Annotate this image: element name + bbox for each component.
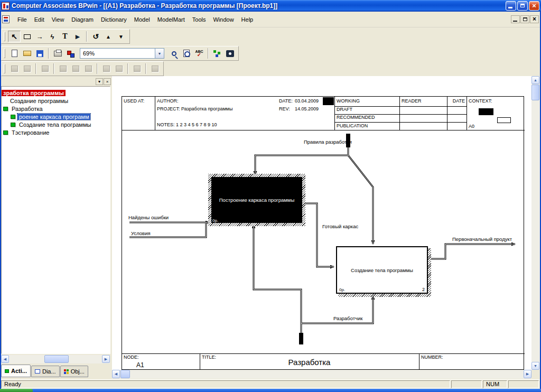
- arrow-tool-button[interactable]: [33, 31, 46, 42]
- save-button[interactable]: [33, 48, 46, 59]
- document-icon: [2, 15, 10, 23]
- tree-item-label: Разработка: [10, 106, 44, 112]
- menu-item-modelmart[interactable]: ModelMart: [154, 15, 189, 24]
- tree-item-sozdanie-tela[interactable]: Создание тела программы: [2, 120, 110, 128]
- child-diagram-button[interactable]: [115, 31, 127, 42]
- toolbar-separator: [145, 63, 146, 74]
- scroll-right-button[interactable]: ▶: [102, 355, 110, 363]
- menu-item-diagram[interactable]: Diagram: [68, 15, 97, 24]
- diagram-canvas[interactable]: USED AT: AUTHOR: DATE: 03.04.2009 PROJEC…: [112, 76, 531, 370]
- close-icon: ×: [529, 2, 539, 10]
- toolbar-grip[interactable]: [4, 64, 5, 73]
- undo-button[interactable]: [89, 31, 102, 42]
- minimize-icon: [508, 7, 512, 8]
- zoom-page-button[interactable]: [180, 48, 193, 59]
- horizontal-scrollbar[interactable]: ◀ ▶: [112, 370, 531, 379]
- panel-horizontal-scrollbar[interactable]: ◀ ▶: [1, 355, 110, 363]
- tree-item-testirovanie[interactable]: Тэстирование: [2, 128, 110, 136]
- vertical-scrollbar[interactable]: ▲ ▼: [531, 76, 540, 370]
- menu-bar: File Edit View Diagram Dictionary Model …: [0, 12, 541, 27]
- arrow-label-pervonachalnyi-produkt[interactable]: Первоначальный продукт: [452, 236, 512, 242]
- status-bar: Ready NUM: [0, 379, 541, 389]
- arrow-label-razrabotchik[interactable]: Разработчик: [333, 315, 362, 321]
- color-palette-button[interactable]: [64, 48, 77, 59]
- modelmart-icon: [103, 66, 110, 72]
- menu-item-window[interactable]: Window: [209, 15, 237, 24]
- drilldown-tool-button[interactable]: [71, 31, 84, 42]
- menu-item-model[interactable]: Model: [130, 15, 154, 24]
- menu-item-view[interactable]: View: [48, 15, 68, 24]
- zoom-combobox[interactable]: 69% ▼: [80, 48, 164, 59]
- toolbar-separator: [35, 63, 36, 74]
- scroll-down-button[interactable]: ▼: [531, 362, 539, 370]
- modelmart-toolbar: [0, 61, 541, 76]
- toolbar-grip[interactable]: [4, 49, 5, 58]
- tree-item-sozdanie-programmy[interactable]: Создание программы: [2, 97, 110, 105]
- scroll-left-button[interactable]: ◀: [1, 355, 9, 363]
- panel-menu-button[interactable]: ▾: [96, 78, 103, 85]
- panel-close-button[interactable]: ×: [104, 78, 111, 85]
- save-disk-icon: [36, 50, 43, 57]
- mdi-restore-button[interactable]: [520, 15, 529, 23]
- activities-tab-icon: [5, 369, 9, 373]
- arrow-label-usloviya[interactable]: Условия: [131, 230, 151, 236]
- tree-item-razrabotka[interactable]: Разработка: [2, 105, 110, 113]
- tree-item-label-selected: роение каркаса программ: [17, 114, 90, 120]
- pointer-tool-button[interactable]: [8, 31, 21, 42]
- print-button[interactable]: [51, 48, 64, 59]
- diagram-arrows: [112, 76, 531, 370]
- activity-box-tool-button[interactable]: [21, 31, 33, 42]
- scroll-up-button[interactable]: ▲: [531, 76, 539, 84]
- arrow-icon: [36, 33, 43, 41]
- scroll-thumb[interactable]: [120, 370, 130, 378]
- tab-activities[interactable]: Acti...: [1, 365, 31, 377]
- up-triangle-icon: [106, 33, 111, 40]
- scroll-left-button[interactable]: ◀: [112, 370, 120, 378]
- magnifier-page-icon: [183, 50, 190, 57]
- squiggle-tool-button[interactable]: [46, 31, 59, 42]
- arrow-label-gotovyi-karkas[interactable]: Готовый каркас: [322, 223, 358, 229]
- open-button[interactable]: [21, 48, 33, 59]
- tree-item-label: Создание программы: [8, 98, 70, 104]
- restore-button[interactable]: [517, 1, 528, 11]
- scroll-thumb[interactable]: [44, 355, 69, 363]
- toolbar-grip[interactable]: [4, 32, 5, 41]
- close-button[interactable]: ×: [529, 1, 539, 11]
- menu-item-file[interactable]: File: [14, 15, 31, 24]
- activity-box-1[interactable]: Построение каркаса программы 0р.: [208, 174, 305, 226]
- activity-box-2-cost: 0р.: [339, 287, 345, 292]
- start-button-edge[interactable]: [0, 389, 33, 392]
- scroll-right-button[interactable]: ▶: [524, 370, 531, 378]
- modelmart-button-10: [148, 63, 161, 74]
- menu-item-tools[interactable]: Tools: [189, 15, 210, 24]
- arrow-label-pravila-razrabotki[interactable]: Правила разработки: [304, 139, 352, 145]
- palette-icon: [67, 50, 74, 57]
- modelmart-button-6: [82, 63, 95, 74]
- model-explorer-button[interactable]: [211, 48, 223, 59]
- down-triangle-icon: [118, 33, 124, 40]
- modelmart-button-1: [8, 63, 21, 74]
- mdi-close-button[interactable]: ×: [530, 15, 539, 23]
- tab-diagrams[interactable]: Dia...: [31, 366, 60, 377]
- spell-check-button[interactable]: [193, 48, 206, 59]
- scroll-thumb[interactable]: [531, 85, 539, 100]
- diagram-navigator-button[interactable]: [223, 48, 236, 59]
- text-tool-button[interactable]: [59, 31, 71, 42]
- activity-box-1-body[interactable]: Построение каркаса программы 0р.: [211, 177, 302, 223]
- tree-item-model[interactable]: зработка программы: [2, 89, 110, 97]
- toolbar-separator: [97, 63, 98, 74]
- undo-icon: [92, 32, 99, 41]
- combo-dropdown-button[interactable]: ▼: [155, 49, 164, 58]
- tree-item-postroenie-karkasa[interactable]: роение каркаса программ: [2, 113, 110, 120]
- zoom-in-button[interactable]: [167, 48, 180, 59]
- activity-box-2[interactable]: Создание тела программы 0р. 2: [336, 246, 428, 294]
- menu-item-dictionary[interactable]: Dictionary: [97, 15, 130, 24]
- arrow-label-naydeny-oshibki[interactable]: Найдены ошибки: [128, 214, 169, 220]
- tab-objects[interactable]: Obj...: [60, 366, 88, 377]
- parent-diagram-button[interactable]: [102, 31, 115, 42]
- mdi-minimize-button[interactable]: [511, 15, 520, 23]
- new-button[interactable]: [8, 48, 21, 59]
- menu-item-edit[interactable]: Edit: [31, 15, 48, 24]
- menu-item-help[interactable]: Help: [238, 15, 257, 24]
- minimize-button[interactable]: [506, 1, 516, 11]
